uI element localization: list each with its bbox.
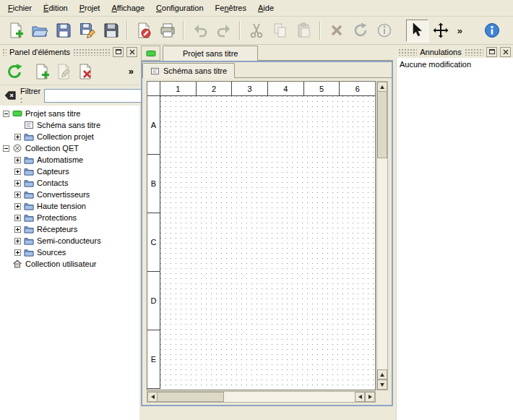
about-button[interactable]	[480, 20, 503, 42]
dock-float-button[interactable]	[113, 47, 124, 57]
save-button[interactable]	[52, 20, 74, 42]
close-icon	[129, 49, 135, 55]
new-project-button[interactable]	[4, 20, 27, 42]
expand-expander-icon[interactable]	[14, 157, 21, 163]
tab-diagram[interactable]: Schéma sans titre	[142, 63, 235, 78]
properties-button[interactable]	[373, 20, 395, 42]
scroll-left-button[interactable]	[147, 392, 158, 402]
select-mode-button[interactable]	[406, 20, 428, 42]
menu-configuration[interactable]: Configuration	[150, 1, 209, 15]
reload-collections-button[interactable]	[4, 61, 25, 82]
pan-mode-button[interactable]	[430, 20, 452, 42]
expand-expander-icon[interactable]	[14, 215, 21, 221]
delete-button[interactable]	[325, 20, 348, 42]
collapse-expander-icon[interactable]	[3, 111, 9, 117]
tree-item-haute-tension[interactable]: Haute tension	[0, 200, 139, 212]
tree-item-collection-projet[interactable]: Collection projet	[0, 131, 139, 142]
print-button[interactable]	[156, 20, 178, 42]
save-all-button[interactable]	[100, 20, 122, 42]
scroll-left-button[interactable]	[355, 392, 365, 402]
save-all-icon	[103, 22, 120, 39]
rotate-button[interactable]	[349, 20, 371, 42]
vertical-scrollbar[interactable]	[376, 81, 388, 390]
tree-item-semi-conducteurs[interactable]: Semi-conducteurs	[0, 235, 139, 247]
tree-item-project[interactable]: Projet sans titre	[0, 108, 139, 119]
close-icon	[503, 49, 509, 55]
copy-button[interactable]	[269, 20, 291, 42]
paste-button[interactable]	[293, 20, 315, 42]
expand-expander-icon[interactable]	[14, 134, 21, 140]
elements-panel-titlebar[interactable]: Panel d'éléments	[0, 45, 139, 58]
menu-aide[interactable]: Aide	[252, 1, 280, 15]
undo-button[interactable]	[189, 20, 211, 42]
diagram-canvas[interactable]	[160, 96, 375, 390]
close-file-button[interactable]	[132, 20, 155, 42]
tree-item-collection-utilisateur[interactable]: Collection utilisateur	[0, 258, 139, 270]
horizontal-scroll-thumb[interactable]	[158, 392, 224, 402]
column-header: 2	[196, 82, 232, 96]
tree-item-automatisme[interactable]: Automatisme	[0, 154, 139, 166]
tab-project[interactable]: Projet sans titre	[163, 46, 258, 61]
dock-grip[interactable]	[398, 48, 417, 56]
expand-expander-icon[interactable]	[14, 226, 21, 233]
expand-expander-icon[interactable]	[14, 249, 21, 256]
tree-item-protections[interactable]: Protections	[0, 212, 139, 223]
tab-label: Projet sans titre	[183, 49, 238, 58]
toolbar-separator	[319, 21, 321, 40]
menu-fichier[interactable]: Fichier	[2, 1, 38, 15]
scroll-right-button[interactable]	[365, 392, 375, 402]
redo-icon	[215, 22, 233, 39]
tree-item-sources[interactable]: Sources	[0, 247, 139, 258]
clear-filter-button[interactable]	[4, 89, 17, 103]
menu-edition[interactable]: Édition	[38, 1, 74, 15]
tree-item-diagram[interactable]: Schéma sans titre	[0, 119, 139, 131]
edit-element-button[interactable]	[53, 61, 74, 82]
project-window-menu-button[interactable]	[141, 46, 160, 61]
menu-projet[interactable]: Projet	[74, 1, 106, 15]
tab-label: Schéma sans titre	[163, 67, 227, 75]
scroll-up-button[interactable]	[377, 82, 387, 92]
menu-fenetres[interactable]: Fenêtres	[210, 1, 252, 15]
dock-close-button[interactable]	[126, 47, 137, 57]
new-element-button[interactable]	[31, 61, 53, 82]
undo-dock-titlebar[interactable]: Annulations	[396, 45, 513, 58]
expand-expander-icon[interactable]	[14, 180, 21, 187]
vertical-scroll-thumb[interactable]	[377, 92, 387, 158]
open-project-button[interactable]	[28, 20, 51, 42]
collapse-expander-icon[interactable]	[3, 145, 9, 152]
scroll-down-button[interactable]	[377, 380, 387, 390]
scrollbar-corner	[376, 391, 388, 403]
filter-input[interactable]	[44, 89, 152, 103]
diagram-icon	[150, 67, 160, 75]
vertical-scroll-track[interactable]	[377, 158, 387, 369]
dock-grip[interactable]	[465, 48, 483, 56]
scroll-up-button[interactable]	[377, 369, 387, 380]
tree-item-collection-qet[interactable]: Collection QET	[0, 142, 139, 154]
menu-label: ffichage	[117, 4, 145, 12]
dock-grip[interactable]	[2, 48, 7, 56]
expand-expander-icon[interactable]	[14, 168, 21, 175]
tree-item-recepteurs[interactable]: Récepteurs	[0, 223, 139, 235]
expand-expander-icon[interactable]	[14, 203, 21, 210]
folder-icon	[24, 213, 34, 222]
panel-overflow-chevron[interactable]: »	[126, 66, 136, 77]
menu-affichage[interactable]: Affichage	[105, 1, 150, 15]
redo-button[interactable]	[212, 20, 235, 42]
horizontal-scroll-track[interactable]	[224, 392, 355, 402]
undo-list-item[interactable]: Aucune modification	[397, 58, 513, 71]
horizontal-scrollbar[interactable]	[147, 391, 376, 403]
toolbar-overflow-chevron[interactable]: »	[454, 25, 466, 36]
dock-float-button[interactable]	[486, 47, 497, 57]
delete-element-button[interactable]	[74, 61, 96, 82]
tree-item-convertisseurs[interactable]: Convertisseurs	[0, 189, 139, 200]
expand-expander-icon[interactable]	[14, 238, 21, 244]
dock-close-button[interactable]	[500, 47, 511, 57]
print-icon	[159, 22, 176, 39]
save-as-button[interactable]	[76, 20, 98, 42]
expand-expander-icon[interactable]	[14, 192, 21, 198]
dock-grip[interactable]	[73, 48, 110, 56]
cut-button[interactable]	[245, 20, 267, 42]
tree-item-contacts[interactable]: Contacts	[0, 177, 139, 189]
diagram-view[interactable]: 1 2 3 4 5 6 A B C D E	[147, 81, 376, 390]
tree-item-capteurs[interactable]: Capteurs	[0, 166, 139, 177]
